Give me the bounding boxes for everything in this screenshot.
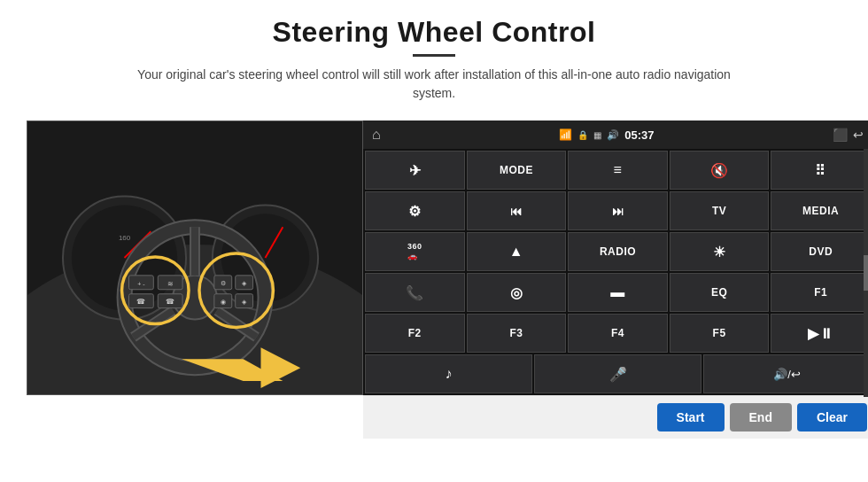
- head-unit-container: ⌂ 📶 🔒 ▦ 🔊 05:37 ⬛ ↩: [363, 120, 868, 439]
- subtitle: Your original car's steering wheel contr…: [124, 66, 744, 103]
- lock-icon: 🔒: [577, 130, 588, 140]
- media-button[interactable]: MEDIA: [771, 191, 868, 230]
- svg-text:≋: ≋: [167, 280, 174, 288]
- content-row: 160 0: [27, 120, 841, 439]
- start-button[interactable]: Start: [657, 403, 725, 431]
- radio-button[interactable]: RADIO: [568, 232, 668, 271]
- f2-button[interactable]: F2: [365, 314, 465, 353]
- page-title: Steering Wheel Control: [124, 16, 744, 49]
- clear-button[interactable]: Clear: [797, 403, 867, 431]
- bluetooth-icon: 🔊: [607, 129, 619, 141]
- eject-button[interactable]: ▲: [467, 232, 567, 271]
- svg-text:⚙: ⚙: [221, 280, 226, 286]
- right-icons: ⬛ ↩: [833, 128, 864, 142]
- sim-icon: ▦: [593, 130, 601, 140]
- button-grid: ✈ MODE ≡ 🔇 ⠿ ⚙ ⏮ ⏭ TV MEDIA 360🚗 ▲ RADIO…: [363, 149, 868, 354]
- volume-phone-button[interactable]: 🔊/↩: [703, 354, 868, 393]
- mute-button[interactable]: 🔇: [670, 151, 770, 190]
- status-bar: ⌂ 📶 🔒 ▦ 🔊 05:37 ⬛ ↩: [363, 120, 868, 149]
- action-bar: Start End Clear: [363, 395, 868, 439]
- screen-ratio-button[interactable]: ▬: [568, 273, 668, 312]
- f5-button[interactable]: F5: [670, 314, 770, 353]
- end-button[interactable]: End: [730, 403, 792, 431]
- dvd-button[interactable]: DVD: [771, 232, 868, 271]
- next-button[interactable]: ⏭: [568, 191, 668, 230]
- wifi-icon: 📶: [559, 128, 572, 141]
- page-container: Steering Wheel Control Your original car…: [0, 0, 868, 482]
- steering-image: 160 0: [27, 120, 363, 395]
- mic-button[interactable]: 🎤: [534, 354, 701, 393]
- svg-text:☎: ☎: [136, 298, 145, 306]
- eq-button[interactable]: EQ: [670, 273, 770, 312]
- scrollbar[interactable]: [864, 149, 868, 397]
- svg-text:+  -: + -: [137, 281, 144, 287]
- music-button[interactable]: ♪: [365, 354, 532, 393]
- back-icon[interactable]: ↩: [853, 128, 864, 142]
- home-icon[interactable]: ⌂: [372, 127, 381, 143]
- status-icons: 📶 🔒 ▦ 🔊 05:37: [559, 128, 654, 142]
- camera360-button[interactable]: 360🚗: [365, 232, 465, 271]
- f3-button[interactable]: F3: [467, 314, 567, 353]
- f4-button[interactable]: F4: [568, 314, 668, 353]
- svg-text:☎: ☎: [166, 298, 174, 306]
- mode-button[interactable]: MODE: [467, 151, 567, 190]
- menu-button[interactable]: ≡: [568, 151, 668, 190]
- apps-button[interactable]: ⠿: [771, 151, 868, 190]
- nav-button[interactable]: ✈: [365, 151, 465, 190]
- scrollbar-thumb[interactable]: [864, 255, 868, 291]
- title-divider: [413, 54, 455, 57]
- play-pause-button[interactable]: ▶⏸: [771, 314, 868, 353]
- bottom-icon-row: ♪ 🎤 🔊/↩: [363, 354, 868, 395]
- svg-text:◉: ◉: [221, 299, 226, 305]
- screen-icon[interactable]: ⬛: [833, 128, 848, 142]
- f1-button[interactable]: F1: [771, 273, 868, 312]
- head-unit: ⌂ 📶 🔒 ▦ 🔊 05:37 ⬛ ↩: [363, 120, 868, 395]
- navi-button[interactable]: ◎: [467, 273, 567, 312]
- tv-button[interactable]: TV: [670, 191, 770, 230]
- title-section: Steering Wheel Control Your original car…: [124, 16, 744, 115]
- time-display: 05:37: [624, 128, 654, 142]
- svg-text:160: 160: [119, 234, 131, 242]
- phone-button[interactable]: 📞: [365, 273, 465, 312]
- settings-button[interactable]: ⚙: [365, 191, 465, 230]
- brightness-button[interactable]: ☀: [670, 232, 770, 271]
- prev-button[interactable]: ⏮: [467, 191, 567, 230]
